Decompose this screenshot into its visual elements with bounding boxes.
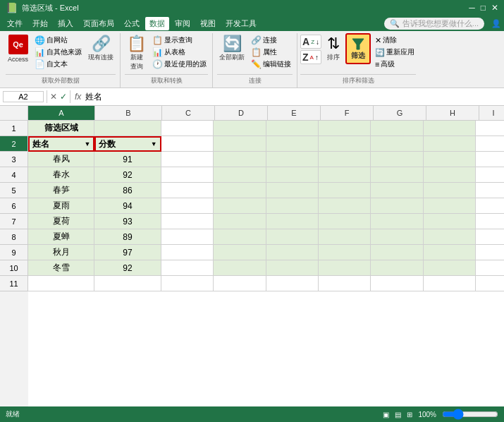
cell-e7[interactable] xyxy=(266,214,319,229)
col-header-a[interactable]: A xyxy=(28,106,95,120)
cell-c9[interactable] xyxy=(161,245,214,260)
cell-d6[interactable] xyxy=(214,198,266,214)
row-header-6[interactable]: 6 xyxy=(0,198,28,214)
cell-h5[interactable] xyxy=(424,183,476,198)
show-queries-btn[interactable]: 📋 显示查询 xyxy=(151,35,208,46)
cell-c7[interactable] xyxy=(161,214,214,229)
cell-h6[interactable] xyxy=(424,198,476,214)
cell-f1[interactable] xyxy=(319,121,371,136)
cell-a8[interactable]: 夏蝉 xyxy=(28,229,94,245)
cell-ref-input[interactable] xyxy=(3,91,44,102)
cell-e5[interactable] xyxy=(266,183,319,198)
cell-e9[interactable] xyxy=(266,245,319,260)
reapply-btn[interactable]: 🔄 重新应用 xyxy=(374,47,416,58)
menu-view[interactable]: 视图 xyxy=(196,17,220,30)
refresh-all-btn[interactable]: 🔄 全部刷新 xyxy=(217,33,247,64)
cell-b7[interactable]: 93 xyxy=(94,214,161,229)
view-layout[interactable]: ▤ xyxy=(395,411,401,418)
cell-d4[interactable] xyxy=(214,167,266,183)
view-normal[interactable]: ▣ xyxy=(383,411,389,418)
cell-c3[interactable] xyxy=(161,152,214,167)
cell-e11[interactable] xyxy=(266,276,319,291)
text-btn[interactable]: 📄 自文本 xyxy=(33,59,83,70)
col-header-f[interactable]: F xyxy=(321,106,374,120)
cell-b5[interactable]: 86 xyxy=(94,183,161,198)
cell-i6[interactable] xyxy=(476,198,504,214)
cell-d1[interactable] xyxy=(214,121,266,136)
row-header-7[interactable]: 7 xyxy=(0,214,28,229)
cell-b8[interactable]: 89 xyxy=(94,229,161,245)
cell-c2[interactable] xyxy=(161,136,214,152)
cell-i7[interactable] xyxy=(476,214,504,229)
cell-h9[interactable] xyxy=(424,245,476,260)
zoom-slider[interactable] xyxy=(442,409,498,420)
cancel-formula-icon[interactable]: ✕ xyxy=(50,92,57,102)
cell-g6[interactable] xyxy=(371,198,423,214)
cell-d9[interactable] xyxy=(214,245,266,260)
advanced-btn[interactable]: ≡ 高级 xyxy=(374,59,416,70)
maximize-btn[interactable]: □ xyxy=(481,3,486,13)
cell-i2[interactable] xyxy=(476,136,504,152)
cell-c5[interactable] xyxy=(161,183,214,198)
cell-h10[interactable] xyxy=(424,260,476,276)
filter-dropdown-b[interactable]: ▼ xyxy=(151,140,157,147)
cell-a6[interactable]: 夏雨 xyxy=(28,198,94,214)
cell-h1[interactable] xyxy=(424,121,476,136)
menu-insert[interactable]: 插入 xyxy=(54,17,78,30)
cell-h2[interactable] xyxy=(424,136,476,152)
cell-f10[interactable] xyxy=(319,260,371,276)
filter-btn[interactable]: 筛选 xyxy=(345,33,371,64)
row-header-9[interactable]: 9 xyxy=(0,245,28,260)
cell-a4[interactable]: 春水 xyxy=(28,167,94,183)
cell-e2[interactable] xyxy=(266,136,319,152)
edit-links-btn[interactable]: ✏️ 编辑链接 xyxy=(250,59,293,70)
cell-e10[interactable] xyxy=(266,260,319,276)
close-btn[interactable]: ✕ xyxy=(491,3,498,13)
cell-g3[interactable] xyxy=(371,152,423,167)
cell-g5[interactable] xyxy=(371,183,423,198)
cell-f7[interactable] xyxy=(319,214,371,229)
cell-e1[interactable] xyxy=(266,121,319,136)
col-header-c[interactable]: C xyxy=(162,106,215,120)
cell-a11[interactable] xyxy=(28,276,94,291)
menu-data[interactable]: 数据 xyxy=(145,17,169,30)
cell-b4[interactable]: 92 xyxy=(94,167,161,183)
cell-h3[interactable] xyxy=(424,152,476,167)
col-header-g[interactable]: G xyxy=(374,106,426,120)
col-header-d[interactable]: D xyxy=(215,106,268,120)
cell-i8[interactable] xyxy=(476,229,504,245)
recent-sources-btn[interactable]: 🕐 最近使用的源 xyxy=(151,59,208,70)
cell-d3[interactable] xyxy=(214,152,266,167)
cell-g4[interactable] xyxy=(371,167,423,183)
cell-i5[interactable] xyxy=(476,183,504,198)
cell-b6[interactable]: 94 xyxy=(94,198,161,214)
sort-az-btn[interactable]: A Z ↓ xyxy=(300,35,321,49)
cell-f3[interactable] xyxy=(319,152,371,167)
cell-d5[interactable] xyxy=(214,183,266,198)
cell-e8[interactable] xyxy=(266,229,319,245)
row-header-10[interactable]: 10 xyxy=(0,260,28,276)
cell-c6[interactable] xyxy=(161,198,214,214)
cell-g2[interactable] xyxy=(371,136,423,152)
cell-i3[interactable] xyxy=(476,152,504,167)
cell-f11[interactable] xyxy=(319,276,371,291)
menu-dev[interactable]: 开发工具 xyxy=(221,17,261,30)
menu-start[interactable]: 开始 xyxy=(28,17,52,30)
cell-c1[interactable] xyxy=(161,121,214,136)
existing-connections-btn[interactable]: 🔗 现有连接 xyxy=(86,33,116,64)
confirm-formula-icon[interactable]: ✓ xyxy=(60,92,67,102)
cell-c8[interactable] xyxy=(161,229,214,245)
connections-btn[interactable]: 🔗 连接 xyxy=(250,35,293,46)
cell-c4[interactable] xyxy=(161,167,214,183)
row-header-8[interactable]: 8 xyxy=(0,229,28,245)
cell-d10[interactable] xyxy=(214,260,266,276)
cell-h11[interactable] xyxy=(424,276,476,291)
sort-btn[interactable]: ⇅ 排序 xyxy=(324,33,343,64)
formula-input[interactable] xyxy=(85,92,501,102)
cell-g10[interactable] xyxy=(371,260,423,276)
cell-c10[interactable] xyxy=(161,260,214,276)
cell-h7[interactable] xyxy=(424,214,476,229)
row-header-2[interactable]: 2 xyxy=(0,136,28,152)
cell-a2[interactable]: 姓名 ▼ xyxy=(28,136,94,152)
access-button[interactable]: Qe Access xyxy=(6,33,30,64)
